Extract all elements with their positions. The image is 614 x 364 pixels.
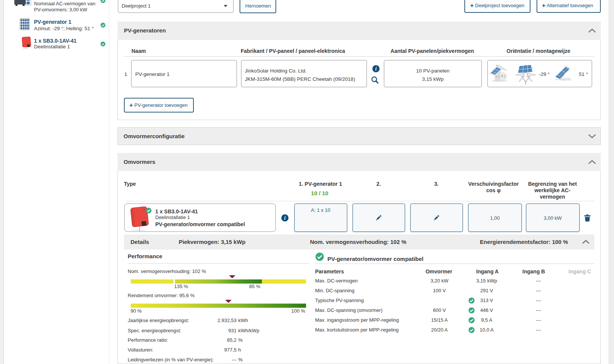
svg-text:i: i [284,215,286,221]
svg-text:i: i [375,66,377,72]
